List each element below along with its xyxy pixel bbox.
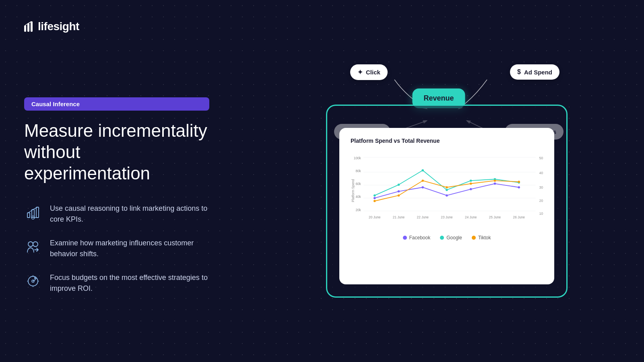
- chart-legend: Facebook Google Tiktok: [351, 235, 543, 241]
- svg-text:80k: 80k: [355, 169, 361, 173]
- svg-text:26 June: 26 June: [513, 216, 525, 219]
- svg-text:500k: 500k: [539, 156, 543, 160]
- svg-point-43: [494, 183, 496, 185]
- svg-text:100k: 100k: [539, 212, 543, 216]
- svg-text:20k: 20k: [355, 208, 361, 212]
- adspend-icon: $: [517, 68, 521, 76]
- svg-point-53: [398, 194, 400, 197]
- main-headline: Measure incrementality without experimen…: [24, 120, 209, 184]
- svg-text:23 June: 23 June: [441, 216, 453, 219]
- svg-text:400k: 400k: [539, 171, 543, 175]
- chart-container: Platform Spend vs Total Revenue 100k 80k…: [326, 105, 568, 298]
- svg-point-46: [398, 184, 400, 186]
- roi-target-icon: [24, 272, 42, 290]
- legend-tiktok: Tiktok: [472, 235, 491, 241]
- svg-text:100k: 100k: [354, 156, 361, 160]
- svg-point-44: [518, 186, 520, 189]
- feature-item-1: Use causal reasoning to link marketing a…: [24, 203, 209, 225]
- svg-text:21 June: 21 June: [393, 216, 405, 219]
- svg-text:Platform Spend: Platform Spend: [351, 179, 355, 202]
- logo-icon: [24, 21, 37, 32]
- svg-point-52: [374, 200, 376, 202]
- svg-rect-7: [36, 207, 39, 218]
- svg-point-39: [398, 190, 400, 193]
- svg-text:200k: 200k: [539, 199, 543, 203]
- svg-rect-5: [27, 213, 30, 218]
- tiktok-legend-dot: [472, 236, 476, 240]
- badge: Causal Inference: [24, 97, 209, 111]
- diagram-area: ✦ Click $ Ad Spend Revenue ✳ Seasonality…: [310, 64, 568, 298]
- svg-point-49: [470, 179, 472, 182]
- svg-point-45: [374, 194, 376, 197]
- svg-point-48: [446, 189, 448, 191]
- svg-point-9: [28, 242, 33, 247]
- svg-point-42: [470, 188, 472, 191]
- svg-point-54: [421, 179, 424, 182]
- feature-text-2: Examine how marketing influences custome…: [50, 238, 209, 259]
- click-icon: ✦: [357, 68, 363, 76]
- svg-text:60k: 60k: [355, 182, 361, 186]
- svg-rect-2: [31, 21, 33, 32]
- chart-title: Platform Spend vs Total Revenue: [351, 138, 543, 144]
- users-behavior-icon: [24, 238, 42, 255]
- svg-rect-1: [27, 23, 29, 32]
- right-panel: ✦ Click $ Ad Spend Revenue ✳ Seasonality…: [233, 0, 644, 362]
- legend-google: Google: [440, 235, 462, 241]
- svg-rect-0: [24, 25, 26, 32]
- google-legend-dot: [440, 236, 444, 240]
- svg-point-40: [421, 186, 424, 189]
- facebook-legend-dot: [403, 236, 407, 240]
- svg-point-55: [446, 186, 448, 189]
- feature-item-2: Examine how marketing influences custome…: [24, 238, 209, 259]
- svg-text:300k: 300k: [539, 186, 543, 189]
- feature-item-3: Focus budgets on the most effective stra…: [24, 272, 209, 294]
- svg-point-58: [518, 181, 520, 183]
- features-list: Use causal reasoning to link marketing a…: [24, 203, 209, 294]
- svg-point-10: [33, 242, 38, 247]
- legend-facebook: Facebook: [403, 235, 431, 241]
- svg-text:20 June: 20 June: [369, 216, 381, 219]
- feature-text-3: Focus budgets on the most effective stra…: [50, 272, 209, 294]
- svg-point-47: [421, 169, 424, 172]
- svg-point-57: [494, 179, 496, 182]
- svg-point-41: [446, 194, 448, 197]
- svg-text:25 June: 25 June: [489, 216, 501, 219]
- svg-text:24 June: 24 June: [465, 216, 477, 219]
- chart-svg: 100k 80k 60k 40k 20k 500k 400k 300k 200k…: [351, 150, 543, 231]
- svg-text:22 June: 22 June: [417, 216, 429, 219]
- svg-point-38: [374, 197, 376, 200]
- logo: lifesight: [24, 20, 209, 33]
- logo-text: lifesight: [38, 20, 79, 33]
- chart-card: Platform Spend vs Total Revenue 100k 80k…: [339, 128, 554, 284]
- adspend-node: $ Ad Spend: [510, 64, 559, 80]
- chart-area: 100k 80k 60k 40k 20k 500k 400k 300k 200k…: [351, 150, 543, 231]
- chart-analysis-icon: [24, 203, 42, 221]
- left-panel: lifesight Causal Inference Measure incre…: [0, 0, 233, 362]
- svg-text:40k: 40k: [355, 195, 361, 199]
- click-node: ✦ Click: [350, 64, 388, 80]
- feature-text-1: Use causal reasoning to link marketing a…: [50, 203, 209, 225]
- svg-point-56: [470, 183, 472, 185]
